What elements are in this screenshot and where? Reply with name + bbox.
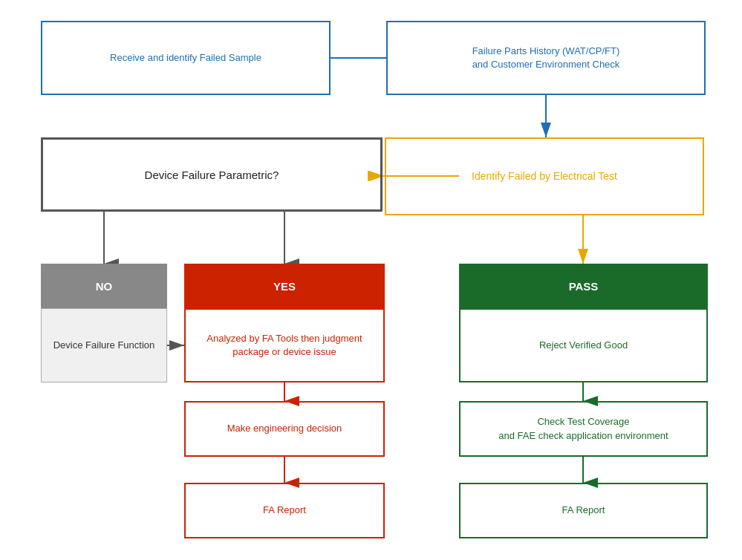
reject-box: Reject Verified Good: [459, 308, 708, 382]
receive-box: Receive and identify Failed Sample: [41, 21, 331, 95]
check-label: Check Test Coverage and FAE check applic…: [498, 415, 668, 442]
parametric-label: Device Failure Parametric?: [145, 167, 279, 183]
fa-right-label: FA Report: [562, 504, 605, 517]
fa-left-box: FA Report: [184, 483, 385, 538]
yes-content-box: Analyzed by FA Tools then judgment packa…: [184, 308, 385, 382]
engineering-box: Make engineering decision: [184, 401, 385, 457]
yes-box: YES: [184, 264, 385, 308]
receive-label: Receive and identify Failed Sample: [110, 51, 261, 65]
no-content-label: Device Failure Function: [53, 339, 155, 352]
parametric-box: Device Failure Parametric?: [41, 137, 383, 212]
flowchart-diagram: Receive and identify Failed Sample Failu…: [0, 0, 742, 560]
electrical-box: Identify Failed by Electrical Test: [385, 137, 704, 215]
engineering-label: Make engineering decision: [227, 422, 342, 435]
yes-content-label: Analyzed by FA Tools then judgment packa…: [206, 332, 362, 359]
yes-label: YES: [273, 279, 296, 294]
reject-label: Reject Verified Good: [539, 339, 628, 352]
failure-history-label: Failure Parts History (WAT/CP/FT) and Cu…: [472, 45, 620, 71]
check-box: Check Test Coverage and FAE check applic…: [459, 401, 708, 457]
no-label: NO: [96, 279, 113, 294]
failure-history-box: Failure Parts History (WAT/CP/FT) and Cu…: [386, 21, 706, 95]
fa-left-label: FA Report: [263, 504, 306, 517]
pass-label: PASS: [569, 279, 599, 294]
no-content-box: Device Failure Function: [41, 308, 167, 382]
no-box: NO: [41, 264, 167, 308]
electrical-label: Identify Failed by Electrical Test: [472, 169, 617, 184]
pass-box: PASS: [459, 264, 708, 308]
fa-right-box: FA Report: [459, 483, 708, 538]
